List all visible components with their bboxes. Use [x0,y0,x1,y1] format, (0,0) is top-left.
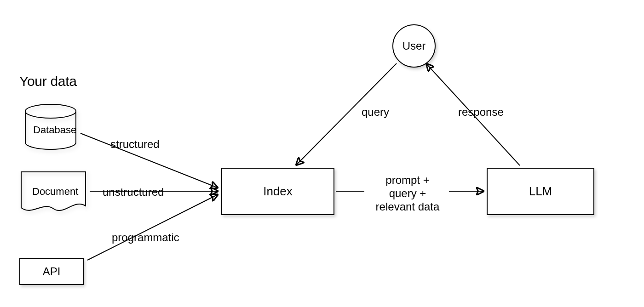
node-api: API [19,258,84,285]
node-user-label: User [402,40,426,52]
node-document-label: Document [32,186,78,198]
node-index-label: Index [263,184,293,199]
node-database-label: Database [33,124,76,136]
edge-programmatic [87,195,217,260]
node-llm: LLM [487,168,594,215]
heading-your-data: Your data [19,74,77,89]
edge-label-query: query [362,106,389,119]
node-llm-label: LLM [529,184,552,199]
node-user: User [392,24,436,68]
edge-label-programmatic: programmatic [112,231,179,244]
edge-label-unstructured: unstructured [103,186,164,199]
edge-label-response: response [458,106,504,119]
diagram-canvas: Your data Database Document API Index LL… [0,0,644,307]
node-api-label: API [43,265,61,278]
edge-label-structured: structured [110,138,160,151]
svg-point-0 [25,104,76,118]
edge-label-prompt: prompt +query +relevant data [371,174,444,213]
diagram-svg-layer [0,0,644,307]
node-index: Index [221,168,334,215]
